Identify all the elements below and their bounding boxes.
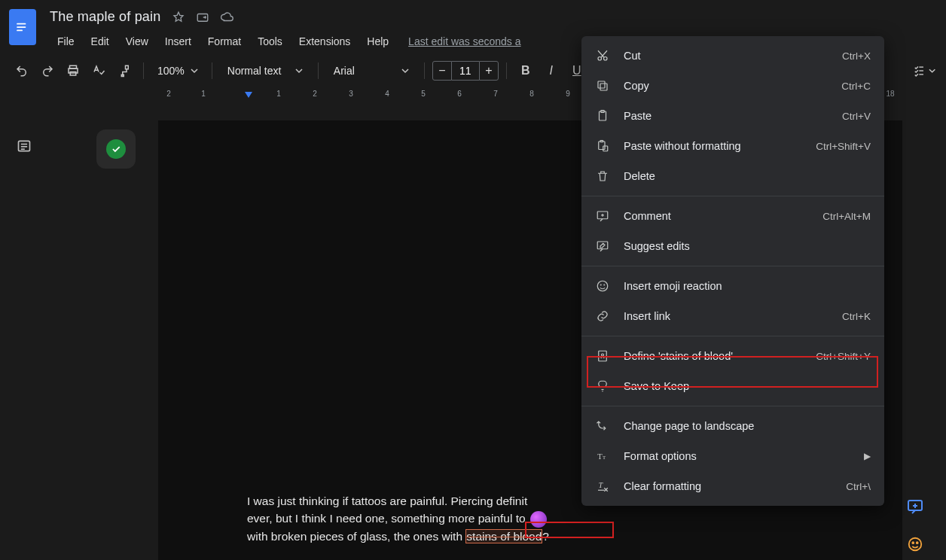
ctx-delete[interactable]: Delete [581,161,884,191]
indent-marker-icon[interactable] [244,91,253,102]
ruler-tick: 2 [313,90,317,98]
add-comment-fab[interactable] [901,492,929,521]
menu-insert[interactable]: Insert [157,31,199,52]
paint-format-button[interactable] [113,59,136,82]
editing-mode-dropdown[interactable] [913,59,935,82]
emoji-reaction-fab[interactable] [901,530,929,558]
svg-rect-23 [603,146,608,151]
font-value: Arial [334,65,355,77]
undo-button[interactable] [11,59,33,82]
ctx-clear[interactable]: TClear formattingCtrl+\ [581,471,884,501]
svg-point-16 [604,57,608,61]
ctx-shortcut: Ctrl+Shift+Y [816,351,871,362]
bold-button[interactable]: B [514,59,537,82]
svg-rect-0 [17,23,26,25]
ctx-keep[interactable]: Save to Keep [581,371,884,401]
svg-rect-21 [599,142,605,150]
ctx-label: Clear formatting [624,480,832,492]
ctx-shortcut: Ctrl+X [842,50,871,62]
menu-file[interactable]: File [50,31,82,52]
menu-format[interactable]: Format [200,31,249,52]
landscape-icon [595,418,610,434]
ctx-link[interactable]: Insert linkCtrl+K [581,301,884,331]
ctx-label: Paste [624,110,829,122]
document-title[interactable]: The maple of pain [50,9,161,25]
delete-icon [595,169,610,184]
ctx-label: Change page to landscape [624,420,871,432]
menu-extensions[interactable]: Extensions [291,31,358,52]
redo-button[interactable] [36,59,59,82]
ctx-landscape[interactable]: Change page to landscape [581,411,884,441]
star-icon[interactable] [172,11,185,24]
ruler-tick: 3 [349,90,353,98]
font-size-input[interactable]: 11 [452,61,479,81]
body-text: with broken pieces of glass, the ones wi… [247,530,465,543]
svg-point-42 [909,538,922,551]
paste-icon [595,108,610,123]
ctx-label: Insert emoji reaction [624,280,871,292]
ctx-shortcut: Ctrl+Alt+M [822,211,871,222]
docs-logo[interactable] [9,9,36,45]
ruler-tick: 9 [566,90,570,98]
font-size-decrease-button[interactable]: − [432,61,452,81]
move-icon[interactable] [196,11,209,24]
approve-chip[interactable] [96,129,136,169]
italic-button[interactable]: I [540,59,563,82]
menu-help[interactable]: Help [359,31,396,52]
menu-tools[interactable]: Tools [250,31,290,52]
ctx-format[interactable]: TTFormat options▶ [581,441,884,471]
spellcheck-button[interactable] [87,59,110,82]
paragraph-style-select[interactable]: Normal text [220,65,310,77]
body-text: ? [542,530,549,543]
svg-point-30 [604,285,605,285]
svg-rect-2 [17,30,23,32]
svg-point-43 [912,542,914,543]
ctx-paste[interactable]: PasteCtrl+V [581,101,884,131]
svg-rect-18 [598,81,605,88]
menu-edit[interactable]: Edit [84,31,117,52]
copy-icon [595,78,610,93]
ctx-suggest[interactable]: Suggest edits [581,231,884,261]
ctx-label: Comment [624,210,809,222]
svg-rect-17 [600,84,607,90]
ctx-shortcut: Ctrl+C [841,81,871,92]
ctx-shortcut: Ctrl+\ [846,481,871,492]
svg-point-44 [917,542,918,543]
outline-toggle-button[interactable] [11,132,38,160]
font-size-increase-button[interactable]: + [479,61,499,81]
ctx-label: Cut [624,50,829,62]
ruler-tick: 7 [493,90,498,98]
ctx-paste-plain[interactable]: Paste without formattingCtrl+Shift+V [581,131,884,161]
ctx-comment[interactable]: CommentCtrl+Alt+M [581,201,884,231]
format-icon: TT [595,449,610,464]
ctx-shortcut: Ctrl+Shift+V [816,141,871,152]
svg-point-15 [598,57,602,61]
clear-icon: T [595,479,610,494]
ctx-copy[interactable]: CopyCtrl+C [581,71,884,101]
zoom-select[interactable]: 100% [151,65,204,77]
ruler-tick: 5 [421,90,426,98]
ruler-tick: 1 [201,90,206,98]
svg-point-28 [597,281,608,291]
ctx-label: Format options [624,450,850,462]
svg-text:T: T [603,455,606,460]
svg-text:T: T [597,452,603,461]
ctx-emoji[interactable]: Insert emoji reaction [581,271,884,301]
comment-icon [595,208,610,224]
print-button[interactable] [62,59,84,82]
cut-icon [595,48,610,63]
menu-view[interactable]: View [118,31,156,52]
context-menu: CutCtrl+XCopyCtrl+CPasteCtrl+VPaste with… [581,36,884,506]
define-icon [595,348,610,364]
keep-icon [595,379,610,394]
selected-text[interactable]: stains of blood [465,529,542,543]
ctx-label: Paste without formatting [624,140,802,152]
ruler-tick: 1 [276,90,281,98]
ctx-label: Insert link [624,310,829,322]
font-select[interactable]: Arial [326,65,417,77]
cloud-status-icon[interactable] [220,11,233,24]
ctx-cut[interactable]: CutCtrl+X [581,41,884,71]
suggest-icon [595,239,610,254]
ctx-define[interactable]: Define 'stains of blood'Ctrl+Shift+Y [581,341,884,371]
last-edit-link[interactable]: Last edit was seconds a [408,35,520,47]
